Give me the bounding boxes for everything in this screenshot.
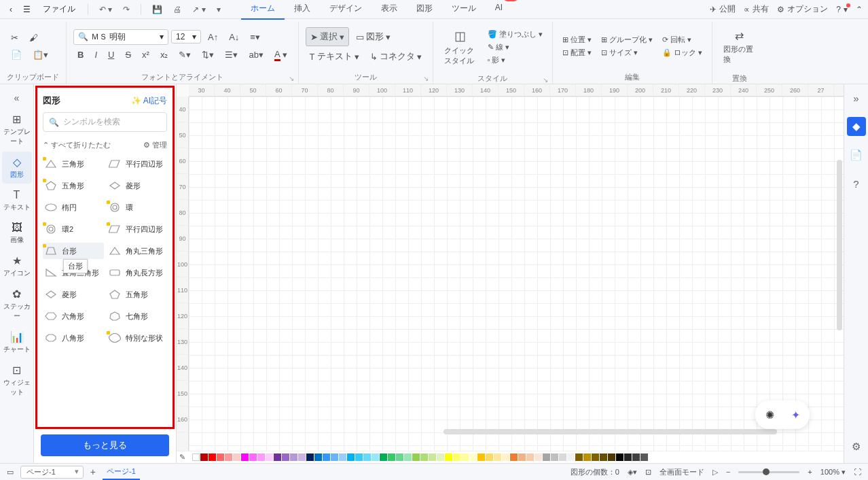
color-swatch[interactable] bbox=[314, 453, 322, 461]
redo-button[interactable]: ↷ bbox=[119, 5, 134, 14]
color-swatch[interactable] bbox=[282, 453, 289, 461]
shape-item[interactable]: 八角形 bbox=[43, 330, 104, 346]
color-swatch[interactable] bbox=[477, 453, 485, 461]
color-swatch[interactable] bbox=[567, 453, 575, 461]
zoom-in-button[interactable]: + bbox=[808, 468, 812, 476]
size-button[interactable]: ⊡ サイズ ▾ bbox=[598, 46, 655, 59]
ai-assist-button[interactable]: ✦ bbox=[785, 405, 806, 425]
shadow-button[interactable]: ▫ 影 ▾ bbox=[485, 54, 545, 67]
add-page-button[interactable]: + bbox=[90, 466, 96, 477]
color-swatch[interactable] bbox=[510, 453, 518, 461]
shape-item[interactable]: 平行四辺形 bbox=[107, 156, 168, 172]
dialog-launcher-icon[interactable]: ↘ bbox=[289, 75, 294, 82]
no-fill-swatch[interactable] bbox=[192, 453, 200, 461]
cut-button[interactable]: ✂ bbox=[7, 30, 22, 46]
expand-button[interactable]: ⛶ bbox=[854, 468, 861, 476]
subscript-button[interactable]: x₂ bbox=[156, 47, 173, 63]
color-swatch[interactable] bbox=[429, 453, 436, 461]
color-swatch[interactable] bbox=[266, 453, 273, 461]
color-swatch[interactable] bbox=[518, 453, 526, 461]
superscript-button[interactable]: x² bbox=[138, 47, 153, 63]
more-button[interactable]: もっと見る bbox=[41, 434, 169, 456]
rail-item-1[interactable]: ◇図形 bbox=[2, 152, 32, 184]
tab-view[interactable]: 表示 bbox=[372, 0, 407, 20]
zoom-value[interactable]: 100% ▾ bbox=[820, 468, 846, 477]
dialog-launcher-icon[interactable]: ↘ bbox=[423, 75, 429, 82]
shape-item[interactable]: 菱形 bbox=[43, 286, 104, 303]
search-input[interactable]: 🔍 シンボルを検索 bbox=[43, 112, 167, 132]
print-button[interactable]: 🖨 bbox=[169, 5, 185, 14]
more-button[interactable]: ▾ bbox=[213, 5, 225, 14]
color-swatch[interactable] bbox=[200, 453, 208, 461]
rail-item-6[interactable]: 📊チャート bbox=[2, 326, 32, 358]
color-swatch[interactable] bbox=[404, 453, 412, 461]
paste-button[interactable]: 📋▾ bbox=[29, 47, 52, 63]
color-swatch[interactable] bbox=[233, 453, 240, 461]
settings-button[interactable]: ⚙ bbox=[847, 437, 866, 456]
shape-item[interactable]: 環 bbox=[107, 199, 168, 216]
tab-insert[interactable]: 挿入 bbox=[285, 0, 320, 20]
zoom-out-button[interactable]: − bbox=[726, 468, 730, 476]
color-swatch[interactable] bbox=[298, 453, 306, 461]
color-swatch[interactable] bbox=[526, 453, 534, 461]
color-swatch[interactable] bbox=[592, 453, 599, 461]
quickstyle-button[interactable]: ◫クイックスタイル bbox=[440, 22, 481, 72]
color-swatch[interactable] bbox=[249, 453, 257, 461]
scrollbar-horizontal[interactable] bbox=[444, 429, 777, 434]
color-swatch[interactable] bbox=[469, 453, 477, 461]
color-swatch[interactable] bbox=[241, 453, 249, 461]
lock-button[interactable]: 🔒 ロック ▾ bbox=[659, 46, 705, 59]
shape-item[interactable]: 角丸長方形 bbox=[107, 264, 168, 281]
format-painter-button[interactable]: 🖌 bbox=[25, 30, 42, 46]
list-button[interactable]: ☰▾ bbox=[221, 47, 242, 63]
fullscreen-button[interactable]: 全画面モード bbox=[659, 467, 704, 477]
fit-button[interactable]: ⊡ bbox=[645, 468, 651, 477]
font-select[interactable]: 🔍 ＭＳ 明朝 ▾ bbox=[73, 29, 168, 45]
connector-tool-button[interactable]: ↳ コネクタ ▾ bbox=[366, 48, 426, 65]
tab-home[interactable]: ホーム bbox=[241, 0, 285, 20]
page-select[interactable]: ページ-1 bbox=[20, 466, 84, 479]
color-swatch[interactable] bbox=[600, 453, 607, 461]
shape-item[interactable]: 角丸三角形 bbox=[107, 243, 168, 259]
replace-shape-button[interactable]: ⇄図形の置換 bbox=[719, 22, 760, 72]
page-tab[interactable]: ページ-1 bbox=[103, 464, 140, 480]
color-swatch[interactable] bbox=[396, 453, 403, 461]
color-swatch[interactable] bbox=[339, 453, 346, 461]
grow-font-button[interactable]: A↑ bbox=[204, 29, 222, 45]
color-swatch[interactable] bbox=[274, 453, 281, 461]
color-swatch[interactable] bbox=[608, 453, 615, 461]
export-button[interactable]: ↗ ▾ bbox=[188, 5, 209, 14]
bold-button[interactable]: B bbox=[73, 47, 88, 63]
tab-design[interactable]: デザイン bbox=[320, 0, 372, 20]
shape-item[interactable]: 三角形 bbox=[43, 156, 104, 172]
help-button[interactable]: ? ▾ bbox=[836, 5, 848, 14]
text-tool-button[interactable]: T テキスト ▾ bbox=[306, 48, 363, 65]
color-swatch[interactable] bbox=[437, 453, 444, 461]
shape-item[interactable]: 環2 bbox=[43, 221, 104, 237]
color-swatch[interactable] bbox=[551, 453, 558, 461]
select-tool-button[interactable]: ➤ 選択 ▾ bbox=[306, 27, 349, 46]
options-button[interactable]: ⚙ オプション bbox=[777, 3, 828, 15]
text-case-button[interactable]: ab▾ bbox=[245, 47, 267, 63]
brightness-button[interactable]: ✺ bbox=[759, 405, 780, 425]
layers-button[interactable]: ◈▾ bbox=[628, 468, 637, 477]
color-swatch[interactable] bbox=[559, 453, 566, 461]
color-swatch[interactable] bbox=[583, 453, 591, 461]
color-swatch[interactable] bbox=[640, 453, 648, 461]
scrollbar-vertical[interactable] bbox=[837, 160, 842, 330]
shape-item[interactable]: 五角形 bbox=[43, 177, 104, 194]
color-swatch[interactable] bbox=[420, 453, 428, 461]
color-swatch[interactable] bbox=[502, 453, 509, 461]
rail-item-3[interactable]: 🖼画像 bbox=[2, 218, 32, 249]
help-panel-button[interactable]: ? bbox=[847, 174, 866, 193]
italic-button[interactable]: I bbox=[90, 47, 101, 63]
color-swatch[interactable] bbox=[632, 453, 640, 461]
shape-item[interactable]: 台形台形 bbox=[43, 243, 104, 259]
color-swatch[interactable] bbox=[412, 453, 420, 461]
publish-button[interactable]: ✈ 公開 bbox=[710, 3, 736, 15]
rail-item-7[interactable]: ⊡ウィジェット bbox=[2, 360, 32, 401]
color-swatch[interactable] bbox=[535, 453, 542, 461]
save-button[interactable]: 💾 bbox=[148, 5, 166, 14]
undo-button[interactable]: ↶ ▾ bbox=[95, 5, 116, 14]
pages-icon[interactable]: ▭ bbox=[7, 468, 14, 477]
